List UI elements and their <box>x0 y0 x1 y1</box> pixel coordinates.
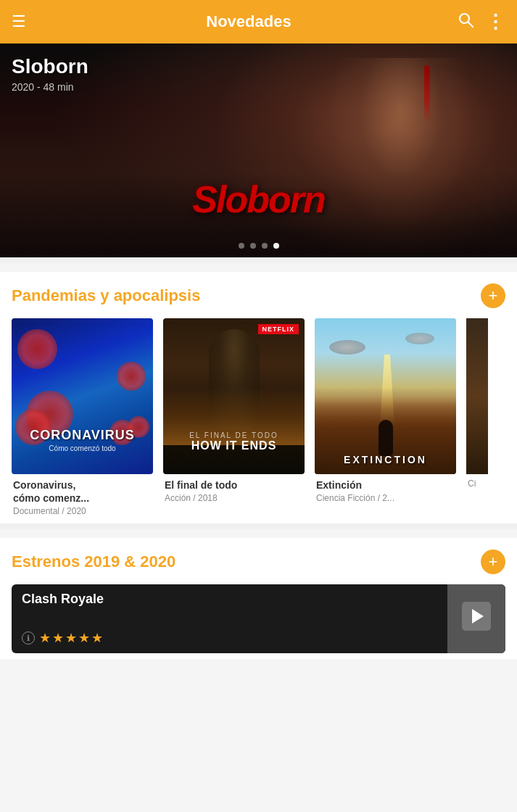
pandemias-title: Pandemias y apocalipsis <box>12 286 200 305</box>
covid-main-title: CORONAVIRUS <box>30 428 135 443</box>
hero-face-detail <box>328 58 473 232</box>
clash-info: Clash Royale ℹ ★ ★ ★ ★ ★ <box>12 584 447 653</box>
extinction-text: EXTINCTION <box>315 454 456 465</box>
card-partial: Ci <box>466 318 488 518</box>
poster-extinction: EXTINCTION <box>315 318 456 474</box>
howit-main: HOW IT ENDS <box>163 439 305 452</box>
virus-2 <box>117 362 146 391</box>
ship-2 <box>405 333 434 344</box>
estrenos-title: Estrenos 2019 & 2020 <box>12 552 175 571</box>
card-howit-genre: Acción / 2018 <box>165 493 303 503</box>
hero-subtitle: 2020 - 48 min <box>12 81 88 93</box>
star-4: ★ <box>78 630 90 646</box>
svg-line-1 <box>468 22 473 28</box>
star-5-half: ★ <box>91 630 103 646</box>
dot-3[interactable] <box>262 243 268 249</box>
virus-1 <box>17 329 57 369</box>
poster-partial <box>466 318 488 474</box>
menu-icon[interactable]: ☰ <box>12 12 41 31</box>
header-title: Novedades <box>41 12 457 31</box>
card-extinction-info: Extinción Ciencia Ficción / 2... <box>315 474 456 505</box>
pandemias-add-button[interactable]: + <box>481 283 505 308</box>
arrow-right-icon <box>462 602 491 636</box>
dot-4[interactable] <box>273 243 279 249</box>
extinction-poster-bg: EXTINCTION <box>315 318 456 474</box>
section-estrenos: Estrenos 2019 & 2020 + Clash Royale ℹ ★ … <box>0 538 517 659</box>
dot-2[interactable] <box>250 243 256 249</box>
card-coronavirus-info: Coronavirus,cómo comenz... Documental / … <box>12 474 153 518</box>
poster-howit: NETFLIX EL FINAL DE TODO HOW IT ENDS <box>163 318 305 474</box>
howit-text: EL FINAL DE TODO HOW IT ENDS <box>163 431 305 452</box>
covid-poster-text: CORONAVIRUS Cómo comenzó todo <box>30 428 135 452</box>
card-coronavirus-title: Coronavirus,cómo comenz... <box>13 478 152 505</box>
netflix-badge: NETFLIX <box>258 324 299 334</box>
card-coronavirus[interactable]: CORONAVIRUS Cómo comenzó todo Coronaviru… <box>12 318 153 518</box>
header-actions: ⋮ <box>457 11 505 33</box>
blood-drip <box>424 65 430 123</box>
search-icon[interactable] <box>457 11 474 33</box>
card-coronavirus-genre: Documental / 2020 <box>13 506 152 516</box>
card-partial-genre: Ci <box>468 478 487 489</box>
star-1: ★ <box>39 630 51 646</box>
section-estrenos-header: Estrenos 2019 & 2020 + <box>0 550 517 574</box>
star-2: ★ <box>52 630 64 646</box>
section-pandemias: Pandemias y apocalipsis + CORONAVIRUS <box>0 272 517 523</box>
spacer-2 <box>0 523 517 529</box>
howit-poster-bg: NETFLIX EL FINAL DE TODO HOW IT ENDS <box>163 318 305 474</box>
covid-poster-bg: CORONAVIRUS Cómo comenzó todo <box>12 318 153 474</box>
hero-title: Sloborn <box>12 55 88 78</box>
card-howit-title: El final de todo <box>165 478 303 492</box>
figure <box>379 420 393 456</box>
card-extinction[interactable]: EXTINCTION Extinción Ciencia Ficción / 2… <box>315 318 456 518</box>
ship-1 <box>329 340 365 355</box>
card-partial-info: Ci <box>466 474 488 490</box>
covid-sub-title: Cómo comenzó todo <box>30 444 135 452</box>
extinction-label: EXTINCTION <box>315 454 456 465</box>
info-icon[interactable]: ℹ <box>22 631 35 645</box>
card-howit[interactable]: NETFLIX EL FINAL DE TODO HOW IT ENDS El … <box>163 318 305 518</box>
hero-text: Sloborn 2020 - 48 min <box>12 55 88 93</box>
clash-title: Clash Royale <box>22 592 437 607</box>
estrenos-add-button[interactable]: + <box>481 550 505 574</box>
dot-1[interactable] <box>239 243 244 249</box>
poster-coronavirus: CORONAVIRUS Cómo comenzó todo <box>12 318 153 474</box>
card-howit-info: El final de todo Acción / 2018 <box>163 474 305 505</box>
spacer-1 <box>0 257 517 263</box>
star-3: ★ <box>65 630 77 646</box>
star-rating: ★ ★ ★ ★ ★ <box>39 630 103 646</box>
app-header: ☰ Novedades ⋮ <box>0 0 517 44</box>
section-pandemias-header: Pandemias y apocalipsis + <box>0 283 517 308</box>
hero-banner[interactable]: Sloborn 2020 - 48 min Sloborn <box>0 44 517 257</box>
clash-play-button[interactable] <box>447 584 505 653</box>
hero-logo: Sloborn <box>192 178 324 221</box>
clash-stars-row: ℹ ★ ★ ★ ★ ★ <box>22 630 437 646</box>
more-options-icon[interactable]: ⋮ <box>486 11 505 33</box>
hero-dots <box>239 243 279 249</box>
howit-sub: EL FINAL DE TODO <box>163 431 305 439</box>
card-extinction-genre: Ciencia Ficción / 2... <box>316 493 455 503</box>
card-extinction-title: Extinción <box>316 478 455 492</box>
clash-royale-card[interactable]: Clash Royale ℹ ★ ★ ★ ★ ★ <box>12 584 505 653</box>
pandemias-cards-row: CORONAVIRUS Cómo comenzó todo Coronaviru… <box>0 318 517 518</box>
